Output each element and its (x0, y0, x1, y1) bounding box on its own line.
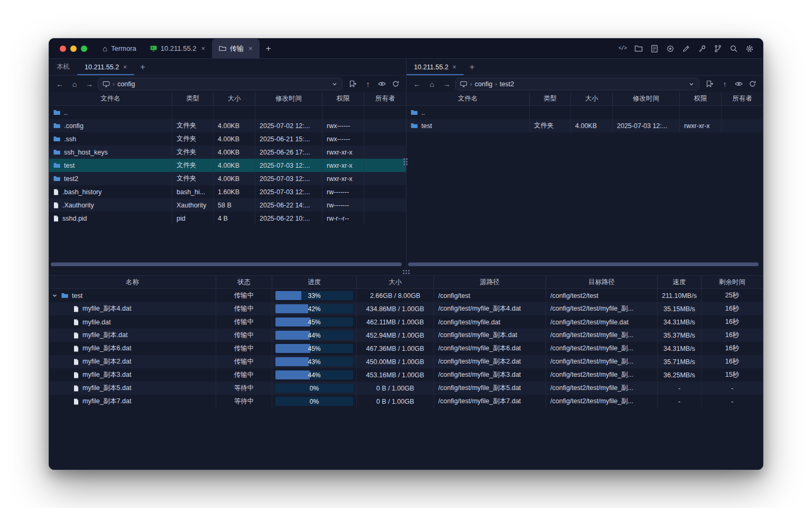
transfer-row[interactable]: myfile_副本4.dat 传输中 42% 434.86MB / 1.00GB… (49, 302, 763, 315)
right-pane-tabbar: 10.211.55.2 × + (407, 59, 763, 76)
transfer-row[interactable]: myfile_副本7.dat 等待中 0% 0 B / 1.00GB /conf… (49, 395, 763, 408)
new-tab-button[interactable]: + (260, 39, 278, 58)
vertical-splitter-grip[interactable] (403, 158, 408, 165)
breadcrumb[interactable]: › config (98, 78, 343, 90)
chevron-down-icon[interactable] (52, 293, 58, 298)
new-pane-tab-button[interactable]: + (464, 59, 480, 75)
forward-button[interactable]: → (83, 78, 96, 90)
breadcrumb-dropdown-icon[interactable] (331, 81, 338, 87)
tab-local[interactable]: 本机 (49, 59, 77, 75)
transfer-row[interactable]: myfile_副本.dat 传输中 44% 452.94MB / 1.00GB … (49, 329, 763, 342)
horizontal-splitter-grip[interactable] (403, 270, 410, 274)
home-button[interactable]: ⌂ (426, 78, 438, 90)
breadcrumb-dropdown-icon[interactable] (688, 81, 695, 87)
file-row[interactable]: sshd.pid pid 4 B 2025-06-22 10:... rw-r-… (49, 212, 406, 225)
back-button[interactable]: ← (411, 78, 423, 90)
bookmark-button[interactable]: ▾ (345, 78, 361, 90)
minimize-window-button[interactable] (70, 46, 77, 52)
column-header[interactable]: 大小 (571, 92, 613, 105)
file-row-selected[interactable]: test 文件夹 4.00KB 2025-07-03 12:... rwxr-x… (49, 159, 406, 172)
close-tab-icon[interactable]: × (248, 44, 253, 52)
transfer-row[interactable]: test 传输中 33% 2.66GB / 8.00GB /config/tes… (49, 289, 763, 302)
refresh-button[interactable] (746, 78, 759, 90)
file-row[interactable]: test2 文件夹 4.00KB 2025-07-03 12:... rwxr-… (49, 172, 406, 185)
home-button[interactable]: ⌂ (68, 78, 81, 90)
column-header[interactable]: 大小 (214, 92, 255, 105)
file-row[interactable]: .. (49, 106, 406, 119)
bookmark-button[interactable]: ▾ (702, 78, 717, 90)
horizontal-scrollbar-thumb[interactable] (51, 262, 402, 266)
column-header[interactable]: 权限 (322, 92, 364, 105)
close-tab-icon[interactable]: × (201, 44, 205, 52)
horizontal-scrollbar-thumb[interactable] (408, 262, 759, 266)
back-button[interactable]: ← (53, 78, 66, 90)
column-header[interactable]: 类型 (172, 92, 214, 105)
column-header[interactable]: 修改时间 (613, 92, 680, 105)
parent-directory-button[interactable]: ↑ (362, 78, 374, 90)
breadcrumb-item[interactable]: config (475, 80, 492, 88)
tab-ssh-session[interactable]: 10.211.55.2 × (143, 39, 212, 58)
show-hidden-button[interactable] (732, 78, 745, 90)
zoom-window-button[interactable] (81, 46, 87, 52)
column-header[interactable]: 进度 (272, 276, 357, 288)
transfer-row[interactable]: myfile_副本5.dat 等待中 0% 0 B / 1.00GB /conf… (49, 382, 763, 395)
column-header[interactable]: 文件名 (49, 92, 172, 105)
column-header[interactable]: 文件名 (407, 92, 530, 105)
code-snippets-icon[interactable]: </> (615, 42, 630, 56)
file-row[interactable]: .Xauthority Xauthority 58 B 2025-06-22 1… (49, 198, 406, 212)
branch-icon[interactable] (710, 42, 725, 56)
edit-icon[interactable] (679, 42, 693, 56)
transfer-speed: 36.25MB/s (658, 368, 702, 382)
column-header[interactable]: 速度 (658, 276, 702, 288)
breadcrumb-item[interactable]: test2 (500, 80, 514, 88)
file-row[interactable]: .ssh 文件夹 4.00KB 2025-06-21 15:... rwx---… (49, 132, 406, 146)
file-icon (53, 202, 59, 208)
file-row[interactable]: ssh_host_keys 文件夹 4.00KB 2025-06-26 17:.… (49, 146, 406, 159)
column-header[interactable]: 修改时间 (255, 92, 322, 105)
column-header[interactable]: 所有者 (364, 92, 406, 105)
column-header[interactable]: 源路径 (434, 276, 546, 288)
folder-icon (411, 110, 418, 115)
tab-remote-session[interactable]: 10.211.55.2 × (77, 59, 134, 75)
key-icon[interactable] (695, 42, 709, 56)
breadcrumb[interactable]: › config › test2 (455, 78, 699, 90)
file-type-cell: Xauthority (172, 198, 214, 212)
new-pane-tab-button[interactable]: + (134, 59, 151, 75)
tab-termora-home[interactable]: ⌂ Termora (96, 39, 143, 58)
search-icon[interactable] (726, 42, 741, 56)
transfer-row[interactable]: myfile_副本3.dat 传输中 44% 453.16MB / 1.00GB… (49, 368, 763, 382)
column-header[interactable]: 类型 (530, 92, 571, 105)
transfer-target: /config/test2/test/myfile_副... (546, 342, 658, 355)
transfer-row[interactable]: myfile_副本6.dat 传输中 45% 467.36MB / 1.00GB… (49, 342, 763, 355)
folder-icon[interactable] (631, 42, 645, 56)
refresh-button[interactable] (389, 78, 402, 90)
tab-remote-session[interactable]: 10.211.55.2 × (407, 59, 464, 75)
column-header[interactable]: 目标路径 (546, 276, 658, 288)
show-hidden-button[interactable] (375, 78, 388, 90)
file-row[interactable]: test 文件夹 4.00KB 2025-07-03 12:... rwxr-x… (407, 119, 763, 132)
close-tab-icon[interactable]: × (123, 64, 127, 71)
close-tab-icon[interactable]: × (453, 64, 456, 71)
close-window-button[interactable] (60, 46, 66, 52)
transfer-row[interactable]: myfile_副本2.dat 传输中 43% 450.00MB / 1.00GB… (49, 355, 763, 368)
column-header[interactable]: 所有者 (722, 92, 763, 105)
transfer-source: /config/test/myfile_副本6.dat (434, 342, 546, 355)
transfer-row[interactable]: myfile.dat 传输中 45% 462.11MB / 1.00GB /co… (49, 315, 763, 329)
column-header[interactable]: 剩余时间 (702, 276, 763, 288)
settings-gear-icon[interactable] (742, 42, 756, 56)
horizontal-splitter[interactable] (49, 268, 763, 276)
parent-directory-button[interactable]: ↑ (718, 78, 731, 90)
column-header[interactable]: 大小 (357, 276, 434, 288)
column-header[interactable]: 名称 (49, 276, 216, 288)
breadcrumb-item[interactable]: config (117, 80, 135, 88)
transfer-status: 传输中 (216, 289, 272, 302)
tab-transfer[interactable]: 传输 × (212, 39, 260, 58)
file-row[interactable]: .bash_history bash_hi... 1.60KB 2025-07-… (49, 185, 406, 198)
record-icon[interactable] (663, 42, 677, 56)
file-row[interactable]: .config 文件夹 4.00KB 2025-07-02 12:... rwx… (49, 119, 406, 132)
column-header[interactable]: 状态 (216, 276, 272, 288)
forward-button[interactable]: → (440, 78, 453, 90)
log-icon[interactable] (647, 42, 661, 56)
column-header[interactable]: 权限 (680, 92, 722, 105)
file-row[interactable]: .. (407, 106, 763, 119)
